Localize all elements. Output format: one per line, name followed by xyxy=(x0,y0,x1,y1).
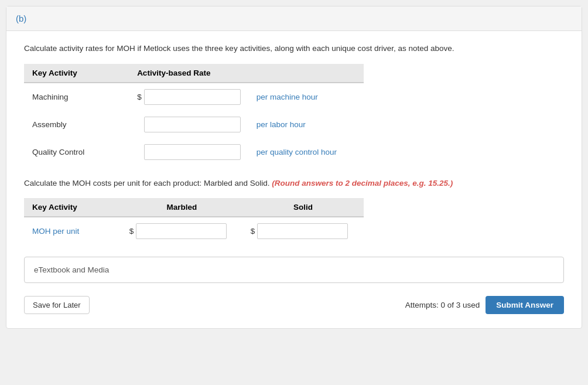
moh-solid-input[interactable] xyxy=(257,223,348,239)
quality-rate-input[interactable] xyxy=(144,144,241,160)
machining-input-cell xyxy=(144,83,249,111)
activity-rates-table: Key Activity Activity-based Rate Machini… xyxy=(24,64,364,166)
col2-header-key-activity: Key Activity xyxy=(24,198,121,217)
moh-label: MOH per unit xyxy=(24,217,121,245)
col2-header-marbled: Marbled xyxy=(121,198,242,217)
machining-rate-input[interactable] xyxy=(144,89,241,105)
col2-header-solid: Solid xyxy=(242,198,364,217)
etextbook-box: eTextbook and Media xyxy=(24,257,564,283)
footer-right: Attempts: 0 of 3 used Submit Answer xyxy=(405,296,564,314)
main-container: (b) Calculate activity rates for MOH if … xyxy=(6,6,582,329)
main-content: Calculate activity rates for MOH if Metl… xyxy=(6,31,582,328)
footer: Save for Later Attempts: 0 of 3 used Sub… xyxy=(24,292,564,316)
table-row: MOH per unit $ $ xyxy=(24,217,364,245)
submit-answer-button[interactable]: Submit Answer xyxy=(486,296,564,314)
moh-solid-cell: $ xyxy=(242,217,364,245)
solid-dollar: $ xyxy=(251,227,255,236)
assembly-input-cell xyxy=(144,111,249,138)
attempts-text: Attempts: 0 of 3 used xyxy=(405,301,480,309)
assembly-rate-input[interactable] xyxy=(144,117,241,132)
section-label-text: (b) xyxy=(16,13,26,23)
table-row: Quality Control per quality control hour xyxy=(24,138,364,166)
moh-marbled-input[interactable] xyxy=(136,223,227,239)
instruction1-text: Calculate activity rates for MOH if Metl… xyxy=(24,43,564,54)
col-header-activity-rate: Activity-based Rate xyxy=(129,64,364,83)
quality-dollar xyxy=(129,138,144,166)
table-row: Assembly per labor hour xyxy=(24,111,364,138)
etextbook-label: eTextbook and Media xyxy=(34,265,109,274)
col-header-key-activity: Key Activity xyxy=(24,64,129,83)
instruction2: Calculate the MOH costs per unit for eac… xyxy=(24,178,564,189)
moh-costs-table: Key Activity Marbled Solid MOH per unit … xyxy=(24,198,364,245)
activity-quality-control: Quality Control xyxy=(24,138,129,166)
assembly-dollar xyxy=(129,111,144,138)
save-for-later-button[interactable]: Save for Later xyxy=(24,296,90,314)
table-row: Machining $ per machine hour xyxy=(24,83,364,111)
moh-marbled-cell: $ xyxy=(121,217,242,245)
quality-unit: per quality control hour xyxy=(249,138,364,166)
machining-dollar: $ xyxy=(129,83,144,111)
marbled-dollar: $ xyxy=(129,227,134,236)
machining-unit: per machine hour xyxy=(249,83,364,111)
quality-input-cell xyxy=(144,138,249,166)
activity-machining: Machining xyxy=(24,83,129,111)
section-label: (b) xyxy=(6,6,582,31)
rounding-note: (Round answers to 2 decimal places, e.g.… xyxy=(272,179,453,188)
assembly-unit: per labor hour xyxy=(249,111,364,138)
activity-assembly: Assembly xyxy=(24,111,129,138)
